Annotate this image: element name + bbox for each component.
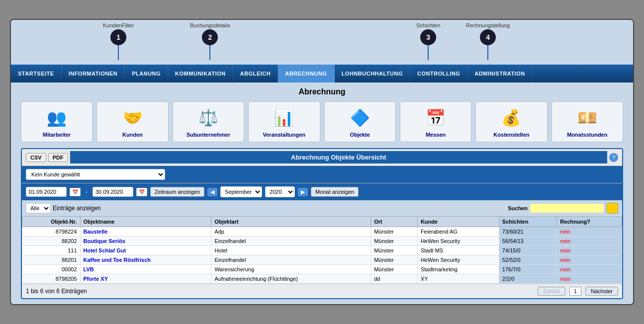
entries-label: Einträge anzeigen [53, 205, 101, 212]
current-page: 1 [569, 287, 581, 296]
cell-name[interactable]: Baustelle [80, 227, 211, 237]
tooltip-2-label: Buchungsdetails [190, 22, 230, 28]
date-to-input[interactable] [92, 187, 133, 197]
tooltip-3-line [428, 45, 429, 60]
cal-to-btn[interactable]: 📅 [136, 188, 147, 196]
table-row[interactable]: 88201 Kaffee und Tee Röstfrisch Einzelha… [22, 255, 622, 265]
cell-nr: 8798224 [22, 227, 81, 237]
icon-subunternehmer[interactable]: ⚖️ Subunternehmer [173, 101, 244, 142]
nav-lohnbuchhaltung[interactable]: LOHNBUCHHALTUNG [335, 65, 410, 82]
pagination-bar: 1 bis 6 von 6 Einträgen Zurück 1 Nächste… [22, 284, 622, 298]
filter-bar: Kein Kunde gewählt [22, 166, 622, 183]
kostenstellen-label: Kostenstellen [493, 132, 529, 138]
pdf-button[interactable]: PDF [48, 153, 68, 162]
cell-art: Aufnahmeeinrichtung (Flüchtlinge) [211, 274, 371, 284]
cell-ort: Münster [371, 246, 418, 255]
data-table: Objekt-Nr. Objektname Objektart Ort Kund… [22, 216, 622, 284]
period-btn[interactable]: Zeitraum anzeigen [150, 187, 204, 197]
cal-from-btn[interactable]: 📅 [70, 188, 81, 196]
tooltip-3-bubble[interactable]: 3 [420, 29, 436, 45]
next-btn[interactable]: Nächster [585, 287, 618, 296]
next-period-btn[interactable]: ▶ [298, 188, 308, 196]
search-color-btn[interactable] [606, 203, 618, 214]
date-filter-bar: 📅 - 📅 Zeitraum anzeigen ◀ September 2020… [22, 183, 622, 200]
date-from-input[interactable] [26, 187, 67, 197]
cell-ort: Münster [371, 265, 418, 274]
table-row[interactable]: 8798205 Pforte XY Aufnahmeeinrichtung (F… [22, 274, 622, 284]
nav-informationen[interactable]: INFORMATIONEN [62, 65, 125, 82]
tooltip-1-bubble[interactable]: 1 [110, 29, 126, 45]
icon-mitarbeiter[interactable]: 👥 Mitarbeiter [21, 101, 92, 142]
cell-nr: 88202 [22, 237, 81, 246]
icon-messen[interactable]: 📅 Messen [400, 101, 471, 142]
cell-rechnung: nein [557, 255, 622, 265]
tooltip-2-bubble[interactable]: 2 [202, 29, 218, 45]
mitarbeiter-icon: 👥 [45, 106, 69, 130]
cell-rechnung: nein [557, 237, 622, 246]
subunternehmer-icon: ⚖️ [196, 106, 220, 130]
kostenstellen-icon: 💰 [499, 106, 523, 130]
table-row[interactable]: 8798224 Baustelle Adp Münster Feierabend… [22, 227, 622, 237]
cell-name[interactable]: Kaffee und Tee Röstfrisch [80, 255, 211, 265]
nav-kommunikation[interactable]: KOMMUNIKATION [168, 65, 233, 82]
th-kunde: Kunde [417, 217, 499, 227]
year-select[interactable]: 2020 [265, 186, 295, 197]
icon-objekte[interactable]: 🔷 Objekte [324, 101, 396, 142]
cell-name[interactable]: Boutique Seriös [80, 237, 211, 246]
icon-kostenstellen[interactable]: 💰 Kostenstellen [475, 101, 547, 142]
panel-toolbar: CSV PDF Abrechnung Objekte Übersicht ? [22, 149, 622, 166]
tooltip-2-line [209, 45, 210, 60]
main-window: KundenFilter 1 Buchungsdetails 2 Schicht… [10, 19, 634, 305]
icon-veranstaltungen[interactable]: 📊 Veranstaltungen [248, 101, 320, 142]
table-row[interactable]: 111 Hotel Schlaf Gut Hotel Münster Stadt… [22, 246, 622, 255]
content-area: Abrechnung 👥 Mitarbeiter 🤝 Kunden ⚖️ Sub… [11, 82, 633, 304]
cell-schichten: 73/60/21 [499, 227, 557, 237]
cell-nr: 00002 [22, 265, 81, 274]
back-btn[interactable]: Zurück [538, 287, 565, 296]
th-rechnung: Rechnung? [557, 217, 622, 227]
abrechnung-panel: CSV PDF Abrechnung Objekte Übersicht ? K… [21, 148, 623, 299]
nav-controlling[interactable]: CONTROLLING [410, 65, 467, 82]
cell-art: Einzelhandel [211, 255, 371, 265]
cell-ort: Münster [371, 227, 418, 237]
cell-name[interactable]: Pforte XY [80, 274, 211, 284]
cell-rechnung: nein [557, 246, 622, 255]
cell-name[interactable]: Hotel Schlaf Gut [80, 246, 211, 255]
help-button[interactable]: ? [609, 153, 618, 162]
icon-kunden[interactable]: 🤝 Kunden [96, 101, 168, 142]
th-ort: Ort [371, 217, 418, 227]
tooltip-4-bubble[interactable]: 4 [480, 29, 496, 45]
cell-rechnung: nein [557, 265, 622, 274]
cell-name[interactable]: LVB [80, 265, 211, 274]
th-objektname: Objektname [80, 217, 211, 227]
messen-icon: 📅 [424, 106, 448, 130]
nav-abrechnung[interactable]: ABRECHNUNG [278, 65, 334, 82]
customer-select[interactable]: Kein Kunde gewählt [26, 169, 165, 180]
prev-period-btn[interactable]: ◀ [207, 188, 217, 196]
table-container: Objekt-Nr. Objektname Objektart Ort Kund… [22, 216, 622, 284]
nav-abgleich[interactable]: ABGLEICH [233, 65, 278, 82]
nav-planung[interactable]: PLANUNG [125, 65, 168, 82]
month-select[interactable]: September [220, 186, 262, 197]
icon-monatsstunden[interactable]: 💴 Monatsstunden [552, 101, 623, 142]
nav-administration[interactable]: ADMINISTRATION [467, 65, 533, 82]
veranstaltungen-icon: 📊 [272, 106, 296, 130]
search-input[interactable] [530, 203, 604, 213]
panel-toolbar-right: ? [609, 153, 618, 162]
objekte-icon: 🔷 [348, 106, 372, 130]
section-title: Abrechnung [21, 87, 623, 96]
nav-startseite[interactable]: STARTSEITE [11, 65, 62, 82]
cell-ort: Münster [371, 255, 418, 265]
entries-select[interactable]: Alle 10 25 50 [26, 203, 51, 213]
panel-title: Abrechnung Objekte Übersicht [70, 151, 607, 163]
cell-schichten: 176/7/0 [499, 265, 557, 274]
csv-button[interactable]: CSV [26, 153, 46, 162]
date-separator: - [86, 188, 88, 195]
table-row[interactable]: 88202 Boutique Seriös Einzelhandel Münst… [22, 237, 622, 246]
cell-art: Hotel [211, 246, 371, 255]
kunden-label: Kunden [122, 132, 143, 138]
table-row[interactable]: 00002 LVB Warensicherung Münster Stadtma… [22, 265, 622, 274]
cell-kunde: Feierabend AG [417, 227, 499, 237]
month-btn[interactable]: Monat anzeigen [311, 187, 359, 197]
cell-nr: 8798205 [22, 274, 81, 284]
